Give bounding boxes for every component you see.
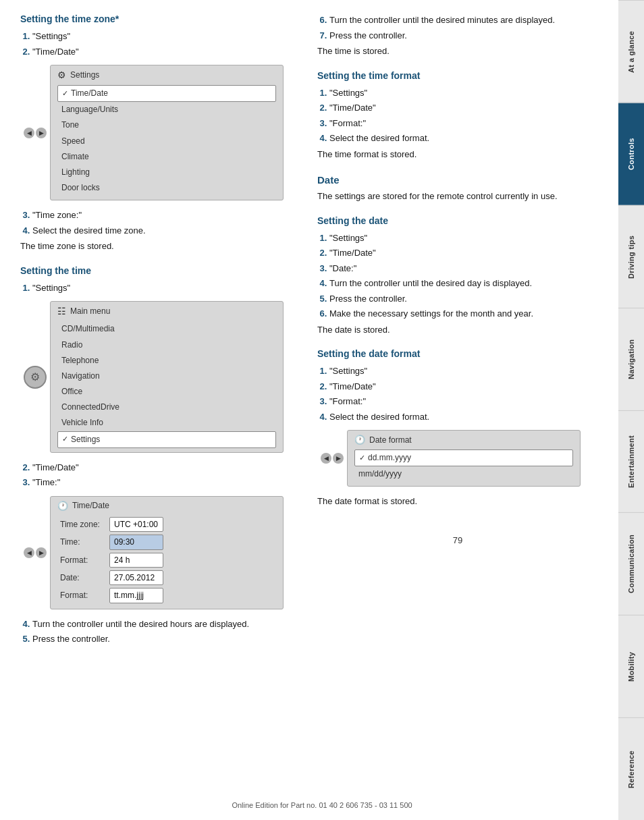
main-menu-screen-mockup: ⚙ ☷ Main menu CD/Multimedia Radio Teleph…	[20, 301, 284, 453]
date-section-heading: Date	[317, 174, 598, 186]
right-arrow-3-icon: ▶	[333, 453, 344, 464]
sidebar-item-driving-tips[interactable]: Driving tips	[618, 205, 644, 308]
right-column: Turn the controller until the desired mi…	[304, 13, 598, 793]
timedate-table: Time zone: UTC +01:00 Time: 09:30 Format…	[57, 516, 276, 605]
timedate-screen-title: Time/Date	[72, 501, 109, 510]
menu-item-lighting: Lighting	[57, 165, 276, 180]
menu-item-speed: Speed	[57, 134, 276, 149]
list-item: Select the desired time zone.	[32, 224, 290, 238]
table-row: Format: tt.mm.jjjj	[57, 586, 276, 604]
menu-item-office: Office	[57, 384, 276, 400]
menu-item-telephone: Telephone	[57, 353, 276, 368]
section-heading-date-format: Setting the date format	[317, 348, 598, 359]
list-item: "Time zone:"	[32, 209, 290, 222]
list-item: "Settings"	[32, 281, 290, 295]
sidebar-item-mobility[interactable]: Mobility	[618, 615, 644, 717]
main-menu-screen: ☷ Main menu CD/Multimedia Radio Telephon…	[50, 301, 284, 453]
page-footer: Online Edition for Part no. 01 40 2 606 …	[232, 801, 412, 809]
list-item: "Settings"	[32, 30, 290, 43]
timezone-steps-1: "Settings" "Time/Date"	[32, 30, 290, 58]
table-row: Time zone: UTC +01:00	[57, 516, 276, 533]
menu-item-timedate: Time/Date	[57, 85, 276, 102]
setting-date-steps: "Settings" "Time/Date" "Date:" Turn the …	[329, 231, 598, 321]
settings-screen-title: Settings	[70, 70, 99, 80]
list-item: Turn the controller until the desired ho…	[32, 618, 290, 631]
table-row: Date: 27.05.2012	[57, 569, 276, 586]
dateformat-icon: 🕐	[354, 435, 365, 445]
sidebar-item-communication[interactable]: Communication	[618, 512, 644, 615]
menu-item-vehicleinfo: Vehicle Info	[57, 415, 276, 431]
menu-item-settings: Settings	[57, 431, 276, 448]
sidebar-item-reference[interactable]: Reference	[618, 717, 644, 820]
section-heading-time: Setting the time	[20, 265, 290, 276]
list-item: "Time/Date"	[32, 461, 290, 474]
sidebar-item-entertainment[interactable]: Entertainment	[618, 410, 644, 513]
gear-icon: ⚙	[57, 70, 66, 80]
timezone-result: The time zone is stored.	[20, 240, 290, 253]
list-item: "Date:"	[329, 262, 598, 275]
right-arrow-icon: ▶	[36, 128, 47, 138]
date-intro-text: The settings are stored for the remote c…	[317, 190, 598, 203]
sidebar-item-at-a-glance[interactable]: At a glance	[618, 0, 644, 103]
menu-item-tone: Tone	[57, 117, 276, 133]
menu-item-language: Language/Units	[57, 102, 276, 117]
sidebar-item-navigation[interactable]: Navigation	[618, 308, 644, 410]
list-item: "Time/Date"	[329, 101, 598, 115]
time-steps-1: "Settings"	[32, 281, 290, 295]
screen-left-nav: ◀ ▶	[20, 128, 50, 138]
list-item: Select the desired format.	[329, 132, 598, 145]
section-heading-time-format: Setting the time format	[317, 70, 598, 81]
timedate-icon: 🕐	[57, 501, 68, 511]
list-item: "Format:"	[329, 395, 598, 408]
menu-item-doorlocks: Door locks	[57, 180, 276, 196]
date-format-steps: "Settings" "Time/Date" "Format:" Select …	[329, 364, 598, 423]
section-heading-setting-date: Setting the date	[317, 215, 598, 226]
menu-item-cd: CD/Multimedia	[57, 321, 276, 337]
gear-icon-knob: ⚙	[30, 371, 40, 383]
list-item: Turn the controller until the desired da…	[329, 277, 598, 290]
timedate-screen: 🕐 Time/Date Time zone: UTC +01:00 Time: …	[50, 496, 284, 609]
list-item: "Format:"	[329, 117, 598, 130]
sidebar-item-controls[interactable]: Controls	[618, 103, 644, 205]
menu-item-climate: Climate	[57, 149, 276, 165]
list-item: "Time/Date"	[329, 380, 598, 393]
left-arrow-3-icon: ◀	[321, 453, 331, 464]
list-item: "Time/Date"	[32, 45, 290, 59]
screen-left-nav-4: ◀ ▶	[317, 453, 347, 464]
time-stored-result: The time is stored.	[317, 45, 598, 58]
date-stored-result: The date is stored.	[317, 323, 598, 337]
list-item: Press the controller.	[32, 632, 290, 646]
list-item: "Settings"	[329, 231, 598, 245]
section-heading-timezone: Setting the time zone*	[20, 13, 290, 24]
left-arrow-2-icon: ◀	[24, 547, 34, 558]
sidebar-tabs: At a glance Controls Driving tips Naviga…	[618, 0, 644, 820]
date-format-screen-mockup: ◀ ▶ 🕐 Date format dd.mm.yyyy mm/dd/yyyy	[317, 430, 581, 487]
menu-item-navigation: Navigation	[57, 368, 276, 384]
right-arrow-2-icon: ▶	[36, 547, 47, 558]
time-steps-3: Turn the controller until the desired ho…	[32, 618, 290, 646]
list-item: Press the controller.	[329, 29, 598, 43]
list-item: "Settings"	[329, 364, 598, 378]
date-format-result: The date format is stored.	[317, 495, 598, 508]
screen-left-nav-3: ◀ ▶	[20, 547, 50, 558]
table-row: Time: 09:30	[57, 533, 276, 551]
dateformat-item-0: dd.mm.yyyy	[354, 449, 573, 466]
page-number: 79	[317, 535, 598, 545]
menu-item-radio: Radio	[57, 337, 276, 353]
list-item: Turn the controller until the desired mi…	[329, 13, 598, 27]
menu-item-connecteddrive: ConnectedDrive	[57, 400, 276, 415]
left-column: Setting the time zone* "Settings" "Time/…	[20, 13, 304, 793]
timezone-steps-2: "Time zone:" Select the desired time zon…	[32, 209, 290, 237]
footer-text: Online Edition for Part no. 01 40 2 606 …	[232, 801, 412, 809]
time-format-result: The time format is stored.	[317, 148, 598, 161]
date-format-screen: 🕐 Date format dd.mm.yyyy mm/dd/yyyy	[347, 430, 581, 487]
continued-steps: Turn the controller until the desired mi…	[329, 13, 598, 42]
time-steps-2: "Time/Date" "Time:"	[32, 461, 290, 489]
settings-screen: ⚙ Settings Time/Date Language/Units Tone…	[50, 65, 284, 200]
settings-screen-mockup: ◀ ▶ ⚙ Settings Time/Date Language/Units …	[20, 65, 284, 200]
timedate-screen-mockup: ◀ ▶ 🕐 Time/Date Time zone: UTC +01:00	[20, 496, 284, 609]
main-menu-title: Main menu	[70, 306, 110, 316]
screen-left-nav-2: ⚙	[20, 366, 50, 389]
time-format-steps: "Settings" "Time/Date" "Format:" Select …	[329, 86, 598, 145]
list-item: "Time/Date"	[329, 246, 598, 260]
